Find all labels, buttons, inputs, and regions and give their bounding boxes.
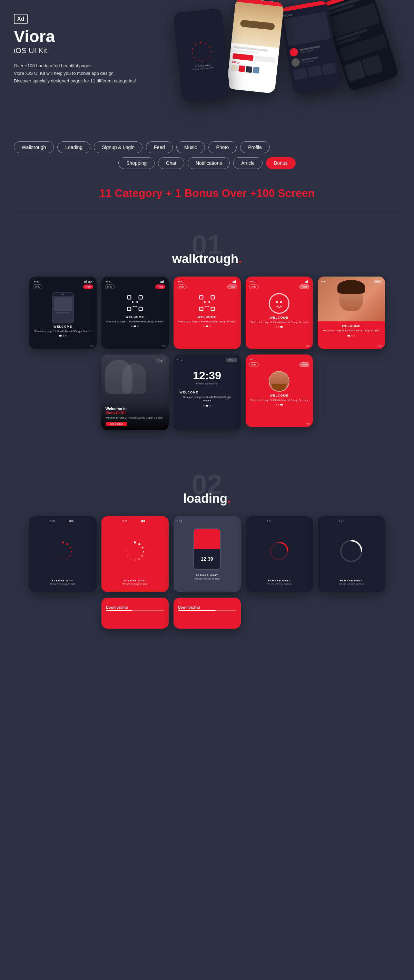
wt3-prev[interactable]: Prev <box>177 285 187 289</box>
tag-feed[interactable]: Feed <box>146 142 173 153</box>
svg-point-73 <box>126 551 127 552</box>
svg-rect-21 <box>162 281 163 283</box>
back-icon[interactable]: ← <box>106 601 109 604</box>
tag-profile[interactable]: Profile <box>240 142 270 153</box>
loading-row-1: 9:41 <box>14 516 400 592</box>
wt8-prev[interactable]: Prev <box>249 363 259 367</box>
tag-walktrough[interactable]: Walktrough <box>14 142 54 153</box>
svg-rect-41 <box>306 281 307 283</box>
tag-shopping[interactable]: Shopping <box>118 157 154 169</box>
svg-point-72 <box>127 555 128 556</box>
svg-point-49 <box>62 541 64 543</box>
svg-point-75 <box>130 544 131 544</box>
svg-rect-36 <box>211 307 215 311</box>
tag-article[interactable]: Article <box>233 157 263 169</box>
svg-point-68 <box>142 555 143 556</box>
svg-rect-17 <box>91 281 91 282</box>
svg-point-1 <box>205 43 206 44</box>
hero-section: Popular <box>0 0 414 131</box>
svg-rect-34 <box>211 296 215 299</box>
wt4-prev[interactable]: Prev <box>249 285 259 289</box>
load-phone-1: 9:41 <box>29 516 97 592</box>
wt2-next[interactable]: Next <box>155 285 165 289</box>
svg-point-59 <box>55 547 56 548</box>
hero-title: Viora <box>14 28 152 45</box>
svg-point-10 <box>192 48 193 49</box>
wt1-prev[interactable]: Prev <box>33 285 43 289</box>
dl-phone-2: ← Downloading <box>174 598 241 628</box>
tag-bonus[interactable]: Bonus <box>266 157 296 169</box>
hero-phone-4: PLEASE WAIT We are working on task <box>173 8 231 102</box>
tag-notifications[interactable]: Notifications <box>188 157 230 169</box>
svg-point-53 <box>69 555 71 556</box>
load-phone-2: 9:41 <box>102 516 169 592</box>
load-phone-3: 9:41 12:39 PLEASE WAIT We are working on… <box>174 516 241 592</box>
svg-rect-26 <box>139 307 142 311</box>
svg-point-2 <box>209 46 210 48</box>
wt2-prev[interactable]: Prev <box>105 285 115 289</box>
section-divider-2 <box>14 450 400 450</box>
svg-rect-12 <box>84 282 84 283</box>
svg-rect-35 <box>199 307 203 311</box>
wt-phone-6: Skip Welcome to Viora UI Kit Welcome to … <box>102 355 169 430</box>
svg-rect-23 <box>127 296 131 299</box>
svg-rect-61 <box>141 520 142 522</box>
section-divider-1 <box>14 210 400 210</box>
walktrough-row-2: Skip Welcome to Viora UI Kit Welcome to … <box>14 355 400 430</box>
hero-description: Over +100 handcrafted beautiful pages. V… <box>14 62 138 85</box>
svg-point-64 <box>134 541 136 543</box>
svg-rect-13 <box>84 281 85 283</box>
svg-point-56 <box>58 558 59 559</box>
svg-point-4 <box>209 55 210 57</box>
wt-phone-8: 9:41 Prev Next WELCOME Welcome to huge U… <box>246 355 313 427</box>
load-phone-5: 9:41 PLEASE WAIT We are working on task <box>318 516 385 592</box>
loading-spacer <box>246 598 313 628</box>
back-icon-2[interactable]: ← <box>178 601 181 604</box>
svg-point-58 <box>54 551 54 552</box>
svg-point-44 <box>280 301 282 303</box>
svg-point-8 <box>194 57 195 58</box>
svg-point-9 <box>191 52 193 54</box>
tags-row-1: Walktrough Loading Signup & Login Feed M… <box>14 142 400 153</box>
tag-signup-login[interactable]: Signup & Login <box>94 142 142 153</box>
svg-point-7 <box>197 59 199 61</box>
svg-point-5 <box>205 59 207 60</box>
tag-photo[interactable]: Photo <box>209 142 237 153</box>
svg-rect-45 <box>68 520 70 522</box>
walktrough-title: walktrough. <box>14 252 400 266</box>
svg-point-70 <box>134 559 135 561</box>
svg-rect-63 <box>143 520 145 522</box>
category-headline: 11 Category + 1 Bonus Over +100 Screen <box>0 177 414 203</box>
wt8-next[interactable]: Next <box>299 363 309 367</box>
load-phone-4: 9:41 PLEASE WAIT We are working on task <box>246 516 313 592</box>
hero-phone-stack: Popular <box>179 0 414 131</box>
svg-point-54 <box>66 558 68 560</box>
wt4-next[interactable]: Next <box>299 285 309 289</box>
svg-rect-47 <box>72 520 72 522</box>
wt5-next[interactable]: Next <box>374 280 381 283</box>
svg-point-28 <box>136 301 138 303</box>
loading-row-2: ← Downloading ← Downloading <box>14 598 400 628</box>
wt1-next[interactable]: Next <box>83 285 93 289</box>
svg-point-57 <box>55 555 56 556</box>
wt-phone-7: Prev Next 12:39 Friday, November WELCOME… <box>174 355 241 430</box>
tag-loading[interactable]: Loading <box>57 142 91 153</box>
walktrough-row-1: 9:41 Prev Next <box>14 277 400 349</box>
get-started-btn[interactable]: Get Started <box>105 422 127 426</box>
wt-phone-2: 9:41 Prev Next <box>102 277 169 349</box>
svg-rect-31 <box>234 281 235 283</box>
wt3-skip[interactable]: Next <box>227 285 237 289</box>
svg-rect-18 <box>88 281 90 282</box>
svg-rect-40 <box>305 281 306 283</box>
svg-rect-42 <box>307 280 308 283</box>
tag-chat[interactable]: Chat <box>158 157 184 169</box>
svg-point-38 <box>209 301 210 303</box>
svg-rect-19 <box>161 282 161 283</box>
svg-rect-22 <box>163 280 164 283</box>
tag-music[interactable]: Music <box>176 142 205 153</box>
svg-point-65 <box>139 543 140 545</box>
svg-point-67 <box>143 551 145 552</box>
svg-point-60 <box>58 544 59 544</box>
svg-rect-62 <box>142 520 143 522</box>
tags-section: Walktrough Loading Signup & Login Feed M… <box>0 131 414 177</box>
